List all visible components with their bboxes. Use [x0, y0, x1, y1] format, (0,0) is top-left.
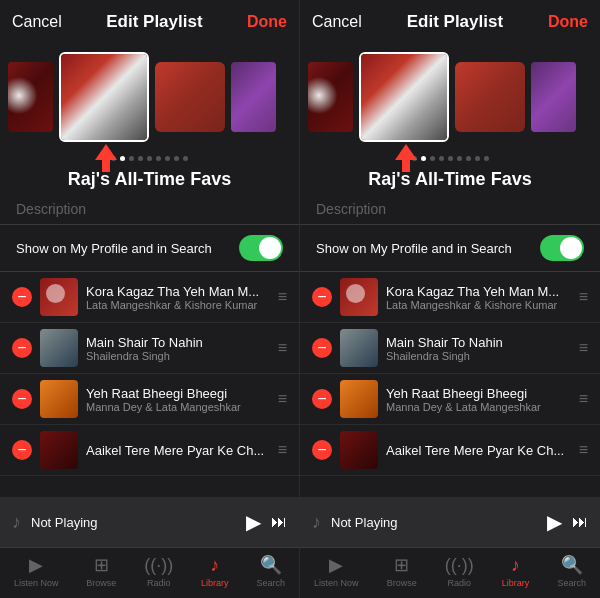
tab-listen-label-right: Listen Now [314, 578, 359, 588]
remove-btn-2-right[interactable] [312, 389, 332, 409]
remove-btn-0-right[interactable] [312, 287, 332, 307]
dot-r4[interactable] [448, 156, 453, 161]
song-thumb-0-left [40, 278, 78, 316]
song-title-3-left: Aaikel Tere Mere Pyar Ke Ch... [86, 443, 270, 458]
header-left: Cancel Edit Playlist Done [0, 0, 299, 44]
dot-1[interactable] [120, 156, 125, 161]
song-info-0-right: Kora Kagaz Tha Yeh Man M... Lata Mangesh… [386, 284, 571, 311]
song-info-3-left: Aaikel Tere Mere Pyar Ke Ch... [86, 443, 270, 458]
reorder-icon-3-left[interactable]: ≡ [278, 441, 287, 459]
reorder-icon-0-right[interactable]: ≡ [579, 288, 588, 306]
description-placeholder-right: Description [316, 201, 386, 217]
tab-search-right[interactable]: 🔍 Search [557, 554, 586, 588]
cancel-button-right[interactable]: Cancel [312, 13, 362, 31]
tab-radio-left[interactable]: ((·)) Radio [144, 555, 173, 588]
browse-icon-left: ⊞ [94, 554, 109, 576]
remove-btn-3-right[interactable] [312, 440, 332, 460]
reorder-icon-1-left[interactable]: ≡ [278, 339, 287, 357]
dot-8[interactable] [183, 156, 188, 161]
tab-browse-left[interactable]: ⊞ Browse [86, 554, 116, 588]
remove-btn-2-left[interactable] [12, 389, 32, 409]
dot-r5[interactable] [457, 156, 462, 161]
tab-search-left[interactable]: 🔍 Search [256, 554, 285, 588]
selected-album-card-right[interactable] [359, 52, 449, 142]
remove-btn-0-left[interactable] [12, 287, 32, 307]
partial-card-left-right[interactable] [308, 62, 353, 132]
dot-2[interactable] [129, 156, 134, 161]
playlist-name-area-right: Raj's All-Time Favs [300, 165, 600, 194]
song-thumb-1-right [340, 329, 378, 367]
up-arrow-right [395, 144, 417, 172]
partial-card-right-left[interactable] [231, 62, 276, 132]
tab-library-right[interactable]: ♪ Library [502, 555, 530, 588]
partial-card-left[interactable] [8, 62, 53, 132]
up-arrow-left [95, 144, 117, 172]
remove-btn-1-left[interactable] [12, 338, 32, 358]
tab-bar-right: ▶ Listen Now ⊞ Browse ((·)) Radio ♪ Libr… [300, 547, 600, 598]
play-button-right[interactable]: ▶ [547, 510, 562, 534]
dot-r3[interactable] [439, 156, 444, 161]
dot-r6[interactable] [466, 156, 471, 161]
header-right: Cancel Edit Playlist Done [300, 0, 600, 44]
dot-r8[interactable] [484, 156, 489, 161]
song-item-2-left: Yeh Raat Bheegi Bheegi Manna Dey & Lata … [0, 374, 299, 425]
skip-button-right[interactable]: ⏭ [572, 513, 588, 531]
tab-listen-now-right[interactable]: ▶ Listen Now [314, 554, 359, 588]
reorder-icon-2-left[interactable]: ≡ [278, 390, 287, 408]
reorder-icon-2-right[interactable]: ≡ [579, 390, 588, 408]
album-card-2-right[interactable] [455, 62, 525, 132]
carousel-left [0, 44, 299, 146]
description-area-left[interactable]: Description [0, 194, 299, 225]
skip-button-left[interactable]: ⏭ [271, 513, 287, 531]
tab-listen-now-left[interactable]: ▶ Listen Now [14, 554, 59, 588]
music-note-icon-right: ♪ [312, 512, 321, 533]
tab-radio-right[interactable]: ((·)) Radio [445, 555, 474, 588]
dot-r7[interactable] [475, 156, 480, 161]
toggle-label-left: Show on My Profile and in Search [16, 241, 212, 256]
reorder-icon-1-right[interactable]: ≡ [579, 339, 588, 357]
toggle-label-right: Show on My Profile and in Search [316, 241, 512, 256]
remove-btn-3-left[interactable] [12, 440, 32, 460]
song-title-3-right: Aaikel Tere Mere Pyar Ke Ch... [386, 443, 571, 458]
cancel-button-left[interactable]: Cancel [12, 13, 62, 31]
dot-4[interactable] [147, 156, 152, 161]
dot-r1[interactable] [421, 156, 426, 161]
svg-marker-0 [95, 144, 117, 172]
tab-browse-right[interactable]: ⊞ Browse [387, 554, 417, 588]
tab-radio-label-left: Radio [147, 578, 171, 588]
listen-now-icon-left: ▶ [29, 554, 43, 576]
song-artist-0-right: Lata Mangeshkar & Kishore Kumar [386, 299, 571, 311]
play-button-left[interactable]: ▶ [246, 510, 261, 534]
right-panel: Cancel Edit Playlist Done [300, 0, 600, 598]
reorder-icon-3-right[interactable]: ≡ [579, 441, 588, 459]
title-left: Edit Playlist [106, 12, 202, 32]
done-button-right[interactable]: Done [548, 13, 588, 31]
song-thumb-2-left [40, 380, 78, 418]
tab-library-left[interactable]: ♪ Library [201, 555, 229, 588]
remove-btn-1-right[interactable] [312, 338, 332, 358]
selected-album-card-left[interactable] [59, 52, 149, 142]
toggle-row-right: Show on My Profile and in Search [300, 225, 600, 272]
partial-card-right-right[interactable] [531, 62, 576, 132]
dot-5[interactable] [156, 156, 161, 161]
reorder-icon-0-left[interactable]: ≡ [278, 288, 287, 306]
dot-7[interactable] [174, 156, 179, 161]
description-area-right[interactable]: Description [300, 194, 600, 225]
svg-marker-1 [395, 144, 417, 172]
done-button-left[interactable]: Done [247, 13, 287, 31]
dot-6[interactable] [165, 156, 170, 161]
song-item-2-right: Yeh Raat Bheegi Bheegi Manna Dey & Lata … [300, 374, 600, 425]
radio-icon-right: ((·)) [445, 555, 474, 576]
now-playing-right: ♪ Not Playing ▶ ⏭ [300, 497, 600, 547]
music-note-icon-left: ♪ [12, 512, 21, 533]
dot-r2[interactable] [430, 156, 435, 161]
song-item-1-left: Main Shair To Nahin Shailendra Singh ≡ [0, 323, 299, 374]
album-card-2-left[interactable] [155, 62, 225, 132]
profile-toggle-left[interactable] [239, 235, 283, 261]
tab-library-label-left: Library [201, 578, 229, 588]
search-icon-right: 🔍 [561, 554, 583, 576]
song-thumb-0-right [340, 278, 378, 316]
profile-toggle-right[interactable] [540, 235, 584, 261]
song-title-0-left: Kora Kagaz Tha Yeh Man M... [86, 284, 270, 299]
dot-3[interactable] [138, 156, 143, 161]
